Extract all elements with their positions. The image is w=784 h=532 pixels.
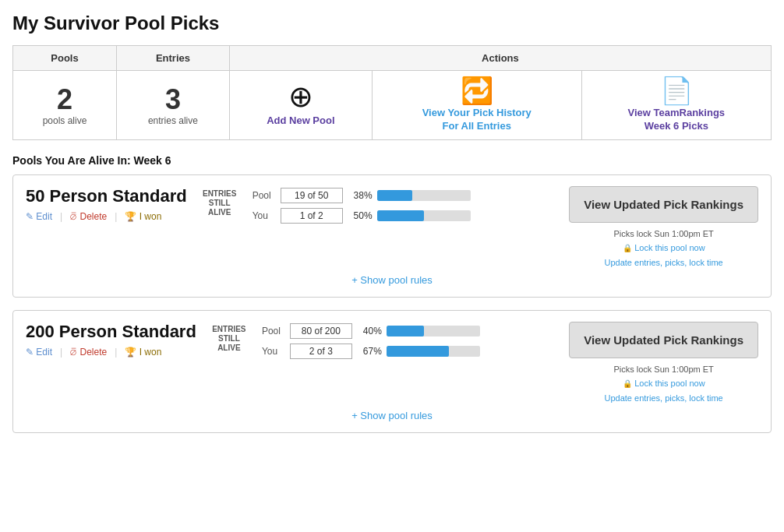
update-entries-container-2: Update entries, picks, lock time xyxy=(604,392,722,403)
action-pick-history[interactable]: 🔁 View Your Pick HistoryFor All Entries xyxy=(372,71,581,140)
pool-title-2: 200 Person Standard xyxy=(26,322,196,342)
pool-value-input-2 xyxy=(290,323,352,339)
edit-link-2[interactable]: ✎ Edit xyxy=(26,347,52,358)
pool-pct-1: 38% xyxy=(348,190,373,201)
add-pool-icon: ⊕ xyxy=(239,82,362,111)
you-pct-1: 50% xyxy=(348,210,373,221)
pool-stats-1: Pool 38% You 50% xyxy=(253,188,471,224)
pool-right-2: View Updated Pick Rankings Picks lock Su… xyxy=(569,322,758,403)
pool-value-input-1 xyxy=(281,188,343,203)
you-progress-bg-2 xyxy=(387,346,480,357)
iwon-link-2[interactable]: 🏆 I won xyxy=(125,347,161,358)
lock-icon-1: 🔒 xyxy=(623,244,632,252)
you-label-1: You xyxy=(253,210,276,221)
iwon-link-1[interactable]: 🏆 I won xyxy=(125,211,161,222)
lock-info-2: Picks lock Sun 1:00pm ET xyxy=(613,365,713,374)
entries-still-alive-label-2: ENTRIESSTILLALIVE xyxy=(209,325,249,353)
edit-link-1[interactable]: ✎ Edit xyxy=(26,211,52,222)
pool-pct-2: 40% xyxy=(357,326,382,336)
pool-progress-fill-1 xyxy=(377,190,413,201)
entries-label: entries alive xyxy=(126,115,220,126)
show-rules-link-1[interactable]: + Show pool rules xyxy=(351,274,433,286)
delete-link-2[interactable]: ⦱ Delete xyxy=(70,347,107,358)
entries-still-alive-label-1: ENTRIESSTILLALIVE xyxy=(200,189,240,217)
you-pct-2: 67% xyxy=(357,346,382,357)
show-rules-link-2[interactable]: + Show pool rules xyxy=(351,410,433,421)
delete-link-1[interactable]: ⦱ Delete xyxy=(70,211,107,222)
pool-card-1: 50 Person Standard ✎ Edit | ⦱ Delete | 🏆… xyxy=(12,174,772,298)
lock-info-1: Picks lock Sun 1:00pm ET xyxy=(613,229,713,238)
you-value-input-2 xyxy=(290,344,352,359)
update-entries-container-1: Update entries, picks, lock time xyxy=(604,256,722,268)
pool-label-1: Pool xyxy=(253,190,276,201)
pool-progress-bg-2 xyxy=(387,326,480,336)
show-rules-1: + Show pool rules xyxy=(26,268,758,292)
col-entries: Entries xyxy=(116,46,229,71)
you-progress-fill-2 xyxy=(387,346,449,357)
you-progress-fill-1 xyxy=(377,210,424,221)
lock-now-link-2[interactable]: Lock this pool now xyxy=(634,379,705,388)
pools-cell: 2 pools alive xyxy=(13,71,117,140)
pool-card-2: 200 Person Standard ✎ Edit | ⦱ Delete | … xyxy=(12,310,772,433)
pools-label: pools alive xyxy=(23,115,107,126)
pick-history-link[interactable]: View Your Pick HistoryFor All Entries xyxy=(382,107,572,133)
you-label-2: You xyxy=(262,346,285,357)
pool-label-2: Pool xyxy=(262,326,285,336)
entries-count: 3 xyxy=(126,84,220,115)
update-entries-link-1[interactable]: Update entries, picks, lock time xyxy=(604,258,722,267)
pick-history-icon: 🔁 xyxy=(382,77,572,104)
pool-cards-container: 50 Person Standard ✎ Edit | ⦱ Delete | 🏆… xyxy=(12,174,772,433)
lock-now-container-1: 🔒 Lock this pool now xyxy=(623,241,705,253)
summary-table: Pools Entries Actions 2 pools alive 3 en… xyxy=(12,45,772,140)
pool-progress-fill-2 xyxy=(387,326,424,336)
pool-stats-2: Pool 40% You 67% xyxy=(262,323,480,359)
pool-title-1: 50 Person Standard xyxy=(26,186,187,206)
lock-now-link-1[interactable]: Lock this pool now xyxy=(634,243,705,252)
lock-now-container-2: 🔒 Lock this pool now xyxy=(623,377,705,389)
alive-section-header: Pools You Are Alive In: Week 6 xyxy=(12,154,772,167)
team-rankings-link[interactable]: View TeamRankingsWeek 6 Picks xyxy=(592,107,761,133)
pools-count: 2 xyxy=(23,84,107,115)
col-pools: Pools xyxy=(13,46,117,71)
lock-icon-2: 🔒 xyxy=(623,379,632,388)
pool-right-1: View Updated Pick Rankings Picks lock Su… xyxy=(569,186,758,268)
entries-cell: 3 entries alive xyxy=(116,71,229,140)
update-entries-link-2[interactable]: Update entries, picks, lock time xyxy=(604,393,722,403)
show-rules-2: + Show pool rules xyxy=(26,403,758,428)
you-value-input-1 xyxy=(281,208,343,224)
col-actions: Actions xyxy=(229,46,771,71)
action-team-rankings[interactable]: 📄 View TeamRankingsWeek 6 Picks xyxy=(581,71,771,140)
add-pool-link[interactable]: Add New Pool xyxy=(239,115,362,128)
page-title: My Survivor Pool Picks xyxy=(12,12,772,34)
view-rankings-btn-1[interactable]: View Updated Pick Rankings xyxy=(569,186,758,223)
you-progress-bg-1 xyxy=(377,210,471,221)
view-rankings-btn-2[interactable]: View Updated Pick Rankings xyxy=(569,322,758,358)
action-add-pool[interactable]: ⊕ Add New Pool xyxy=(229,71,372,140)
pool-progress-bg-1 xyxy=(377,190,471,201)
team-rankings-icon: 📄 xyxy=(592,77,761,104)
